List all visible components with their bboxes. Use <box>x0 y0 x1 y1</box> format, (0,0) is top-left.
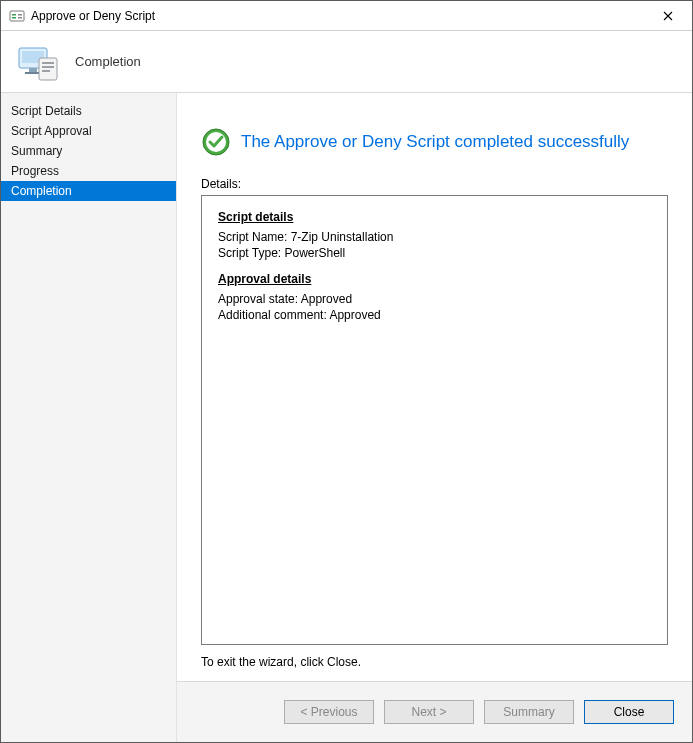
svg-rect-1 <box>12 14 16 16</box>
sidebar-item-completion[interactable]: Completion <box>1 181 176 201</box>
success-message: The Approve or Deny Script completed suc… <box>241 132 629 152</box>
sidebar-item-script-details[interactable]: Script Details <box>1 101 176 121</box>
computer-script-icon <box>13 38 61 86</box>
svg-rect-2 <box>12 17 16 19</box>
close-button[interactable]: Close <box>584 700 674 724</box>
wizard-content: The Approve or Deny Script completed suc… <box>177 93 692 681</box>
wizard-body: Script Details Script Approval Summary P… <box>1 93 692 742</box>
wizard-footer: < Previous Next > Summary Close <box>177 681 692 742</box>
svg-rect-7 <box>29 68 37 72</box>
previous-button: < Previous <box>284 700 374 724</box>
wizard-main: The Approve or Deny Script completed suc… <box>177 93 692 742</box>
sidebar-item-summary[interactable]: Summary <box>1 141 176 161</box>
wizard-header: Completion <box>1 31 692 93</box>
script-type-line: Script Type: PowerShell <box>218 246 651 260</box>
script-details-section: Script details Script Name: 7-Zip Uninst… <box>218 210 651 260</box>
script-details-heading: Script details <box>218 210 651 224</box>
close-window-button[interactable] <box>648 2 688 30</box>
sidebar-item-script-approval[interactable]: Script Approval <box>1 121 176 141</box>
app-icon <box>9 8 25 24</box>
wizard-sidebar: Script Details Script Approval Summary P… <box>1 93 177 742</box>
script-name-line: Script Name: 7-Zip Uninstallation <box>218 230 651 244</box>
wizard-stage-title: Completion <box>75 54 141 69</box>
svg-rect-10 <box>42 62 54 64</box>
exit-hint: To exit the wizard, click Close. <box>201 655 668 669</box>
titlebar: Approve or Deny Script <box>1 1 692 31</box>
summary-button: Summary <box>484 700 574 724</box>
svg-rect-11 <box>42 66 54 68</box>
success-row: The Approve or Deny Script completed suc… <box>201 127 668 157</box>
success-check-icon <box>201 127 231 157</box>
svg-rect-0 <box>10 11 24 21</box>
details-label: Details: <box>201 177 668 191</box>
approval-details-section: Approval details Approval state: Approve… <box>218 272 651 322</box>
wizard-window: Approve or Deny Script Completion Script… <box>0 0 693 743</box>
next-button: Next > <box>384 700 474 724</box>
approval-details-heading: Approval details <box>218 272 651 286</box>
window-title: Approve or Deny Script <box>31 9 648 23</box>
sidebar-item-progress[interactable]: Progress <box>1 161 176 181</box>
additional-comment-line: Additional comment: Approved <box>218 308 651 322</box>
approval-state-line: Approval state: Approved <box>218 292 651 306</box>
svg-rect-9 <box>39 58 57 80</box>
details-box: Script details Script Name: 7-Zip Uninst… <box>201 195 668 645</box>
svg-rect-3 <box>18 14 22 16</box>
svg-rect-12 <box>42 70 50 72</box>
svg-rect-4 <box>18 17 22 19</box>
